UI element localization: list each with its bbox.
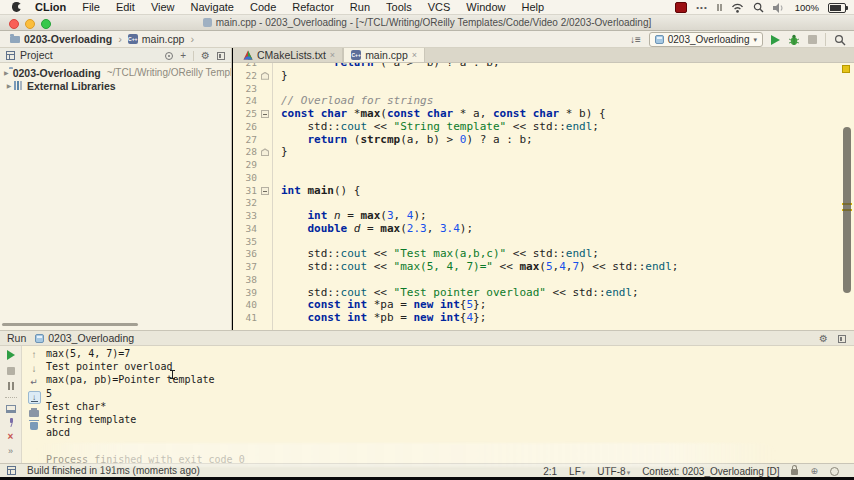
- menu-item[interactable]: VCS: [428, 1, 451, 13]
- code-line[interactable]: 31int main() {: [233, 185, 854, 198]
- menu-item[interactable]: Navigate: [191, 1, 234, 13]
- run-button[interactable]: [771, 35, 780, 45]
- gear-icon[interactable]: ⚙: [201, 51, 210, 61]
- menu-item[interactable]: CLion: [35, 1, 66, 13]
- console-line: Test pointer overload: [46, 360, 854, 373]
- scroll-to-end-button[interactable]: ↓: [28, 391, 41, 404]
- stop-button[interactable]: [7, 367, 15, 375]
- code-token: std::: [281, 260, 341, 273]
- more-icon[interactable]: »: [8, 447, 13, 456]
- line-number: 34: [233, 223, 257, 236]
- soft-wrap-icon[interactable]: ↵: [30, 378, 38, 387]
- clear-console-icon[interactable]: [30, 422, 38, 430]
- console-output[interactable]: max(5, 4, 7)=7Test pointer overloadmax(p…: [46, 346, 854, 463]
- tree-item-external-libraries[interactable]: ▶ External Libraries: [0, 79, 231, 92]
- code-line[interactable]: 34 double d = max(2.3, 3.4);: [233, 223, 854, 236]
- lock-icon[interactable]: [791, 469, 798, 475]
- volume-icon[interactable]: [773, 3, 786, 13]
- inspection-status-icon[interactable]: [842, 65, 850, 73]
- code-line[interactable]: 28}: [233, 146, 854, 159]
- navigate-updown-icon[interactable]: ↓≡: [630, 35, 641, 45]
- menu-item[interactable]: Help: [521, 1, 544, 13]
- stop-button[interactable]: [808, 35, 817, 44]
- down-stacktrace-icon[interactable]: ↓: [32, 364, 37, 374]
- fold-marker-icon[interactable]: [261, 148, 269, 156]
- debug-button[interactable]: [788, 34, 800, 46]
- line-number: 28: [233, 146, 257, 159]
- code-token: << std::: [506, 120, 566, 133]
- code-editor[interactable]: 21 return (*a > *b) ? a : b;22}2324// Ov…: [233, 63, 854, 330]
- code-line[interactable]: 21 return (*a > *b) ? a : b;: [233, 63, 854, 70]
- menu-item[interactable]: View: [151, 1, 175, 13]
- run-panel-header[interactable]: Run 0203_Overloading ⚙: [0, 331, 854, 346]
- spotlight-search-icon[interactable]: [753, 2, 764, 13]
- locate-file-icon[interactable]: [165, 52, 173, 60]
- more-status-icon[interactable]: •••: [696, 3, 707, 12]
- menu-item[interactable]: Code: [250, 1, 276, 13]
- code-line[interactable]: 27 return (strcmp(a, b) > 0) ? a : b;: [233, 134, 854, 147]
- fold-marker-icon[interactable]: [261, 110, 269, 118]
- run-configuration-select[interactable]: 0203_Overloading ▾: [649, 32, 763, 47]
- tree-expand-arrow[interactable]: ▶: [4, 82, 14, 89]
- code-token: endl: [645, 260, 672, 273]
- code-token: return: [281, 63, 380, 69]
- menu-item[interactable]: Tools: [386, 1, 412, 13]
- menu-item[interactable]: Window: [466, 1, 505, 13]
- close-icon[interactable]: ×: [412, 50, 417, 60]
- cpp-file-icon: C++: [351, 50, 361, 60]
- menu-item[interactable]: Edit: [116, 1, 135, 13]
- encoding-widget[interactable]: UTF-8▾: [597, 466, 630, 477]
- run-panel: Run 0203_Overloading ⚙ × » ↑ ↓ ↵ ↓: [0, 330, 854, 463]
- display-bars-icon[interactable]: [717, 4, 722, 11]
- caret-position[interactable]: 2:1: [543, 466, 557, 477]
- up-stacktrace-icon[interactable]: ↑: [32, 350, 37, 360]
- toolwindows-icon[interactable]: [7, 466, 16, 475]
- notifications-icon[interactable]: [830, 467, 839, 476]
- highlighting-level-icon[interactable]: ⊕: [810, 467, 818, 476]
- line-number: 25: [233, 108, 257, 121]
- tab-cmakelists[interactable]: CMakeLists.txt ×: [236, 48, 343, 62]
- close-icon[interactable]: ×: [330, 50, 335, 60]
- tab-main-cpp[interactable]: C++ main.cpp ×: [343, 48, 425, 62]
- code-line[interactable]: 41 const int *pb = new int{4};: [233, 312, 854, 325]
- breadcrumb-project[interactable]: 0203-Overloading: [24, 33, 112, 45]
- resolve-context-widget[interactable]: Context: 0203_Overloading [D]: [642, 466, 779, 477]
- menu-item[interactable]: Run: [350, 1, 370, 13]
- run-session-tab[interactable]: 0203_Overloading: [35, 332, 134, 344]
- code-token: main: [308, 184, 335, 197]
- tree-item-project-root[interactable]: ▶ 0203-Overloading ~/TCL/Writing/OReilly…: [0, 66, 231, 79]
- code-token: std::: [281, 247, 341, 260]
- wifi-icon[interactable]: [731, 3, 744, 13]
- breadcrumb-file[interactable]: main.cpp: [142, 33, 185, 45]
- project-panel-header[interactable]: Project + ⚙: [0, 48, 231, 63]
- search-everywhere-icon[interactable]: [834, 34, 846, 46]
- hide-panel-icon[interactable]: [838, 335, 846, 343]
- window-title: main.cpp - 0203_Overloading - [~/TCL/Wri…: [0, 17, 854, 28]
- print-icon[interactable]: [29, 410, 39, 417]
- menu-item[interactable]: File: [82, 1, 100, 13]
- apple-menu-icon[interactable]: [12, 2, 21, 12]
- vertical-scrollbar[interactable]: [843, 127, 851, 293]
- pause-output-button[interactable]: [8, 382, 14, 390]
- expand-all-icon[interactable]: +: [180, 51, 186, 61]
- code-line[interactable]: 22}: [233, 70, 854, 83]
- breadcrumb[interactable]: 0203-Overloading › C++ main.cpp ›: [10, 33, 196, 45]
- menu-item[interactable]: Refactor: [292, 1, 334, 13]
- tree-expand-arrow[interactable]: ▶: [4, 69, 9, 76]
- fold-marker-icon[interactable]: [261, 72, 269, 80]
- screen-recording-icon[interactable]: [675, 2, 687, 13]
- code-line[interactable]: 37 std::cout << "max(5, 4, 7)=" << max(5…: [233, 261, 854, 274]
- fold-marker-icon[interactable]: [261, 187, 269, 195]
- restore-layout-button[interactable]: [6, 405, 16, 413]
- code-token: (: [539, 260, 546, 273]
- close-icon[interactable]: ×: [8, 432, 14, 442]
- code-line[interactable]: 29: [233, 159, 854, 172]
- line-separator-widget[interactable]: LF▾: [569, 466, 585, 477]
- code-token: 3: [387, 209, 394, 222]
- gear-icon[interactable]: ⚙: [819, 334, 828, 344]
- tree-item-path: ~/TCL/Writing/OReilly Templat: [107, 67, 231, 78]
- rerun-button[interactable]: [7, 350, 15, 360]
- pin-tab-icon[interactable]: [6, 418, 15, 427]
- hide-panel-icon[interactable]: [217, 52, 225, 60]
- horizontal-scrollbar[interactable]: [2, 323, 138, 326]
